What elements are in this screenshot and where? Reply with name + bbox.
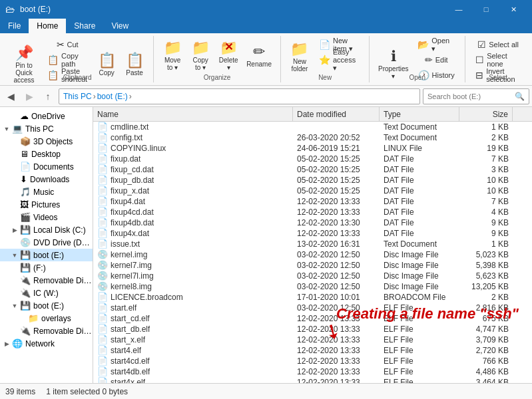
- copyto-button[interactable]: 📁 Copyto ▾: [187, 37, 214, 74]
- tree-item-removable-h2[interactable]: 🔌Removable Disk (H:): [0, 325, 93, 337]
- tab-file[interactable]: File: [0, 19, 29, 33]
- file-name-text: kernel8.img: [111, 282, 152, 291]
- cut-button[interactable]: ✂ Cut: [43, 37, 92, 52]
- new-group: 📁 Newfolder 📄 New item ▾ ⭐ Easy access ▾: [281, 36, 370, 82]
- newfolder-button[interactable]: 📁 Newfolder: [286, 39, 313, 76]
- tree-toggle-thispc[interactable]: ▼: [1, 126, 12, 132]
- minimize-button[interactable]: —: [445, 3, 472, 16]
- tree-item-removable-h[interactable]: 🔌Removable Disk (H:): [0, 274, 93, 287]
- tree-icon-onedrive: ☁: [20, 111, 29, 121]
- file-name-cell: 📄fixup_cd.dat: [93, 164, 293, 174]
- tree-item-ic-w[interactable]: 🔌IC (W:): [0, 287, 93, 299]
- file-row[interactable]: 📄fixup4db.dat12-02-2020 13:30DAT File9 K…: [93, 217, 532, 228]
- file-row[interactable]: 📄start.elf03-02-2020 12:50ELF File2,816 …: [93, 303, 532, 313]
- maximize-button[interactable]: □: [473, 3, 499, 16]
- file-name-text: LICENCE.broadcom: [111, 293, 183, 302]
- easyaccess-button[interactable]: ⭐ Easy access ▾: [314, 53, 364, 67]
- tree-item-music[interactable]: 🎵Music: [0, 186, 93, 198]
- tree-toggle-network[interactable]: ▶: [1, 340, 12, 347]
- file-name-text: fixup_db.dat: [111, 176, 154, 185]
- file-row[interactable]: 📄COPYING.linux24-06-2019 15:21LINUX File…: [93, 143, 532, 154]
- file-list-header: Name Date modified Type Size: [93, 107, 532, 122]
- tree-item-3dobjects[interactable]: 📦3D Objects: [0, 135, 93, 148]
- file-row[interactable]: 📄start4x.elf12-02-2020 13:33ELF File3,46…: [93, 377, 532, 383]
- file-row[interactable]: 📄LICENCE.broadcom17-01-2020 10:01BROADCO…: [93, 292, 532, 303]
- tree-item-documents[interactable]: 📄Documents: [0, 160, 93, 173]
- selectall-button[interactable]: ☑ Select all: [471, 37, 525, 52]
- moveto-button[interactable]: 📁 Moveto ▾: [159, 37, 186, 74]
- rename-button[interactable]: ✏ Rename: [243, 37, 275, 74]
- tree-icon-boot: 💾: [20, 250, 31, 260]
- copy-button[interactable]: 📋 Copy: [93, 46, 120, 83]
- tree-item-onedrive[interactable]: ☁OneDrive: [0, 110, 93, 122]
- file-row[interactable]: 📄config.txt26-03-2020 20:52Text Document…: [93, 132, 532, 143]
- file-name-text: fixup4.dat: [111, 197, 145, 206]
- tree-icon-boot-e-tree: 💾: [20, 301, 31, 311]
- delete-button[interactable]: 📁 ✕ Delete▾: [215, 37, 242, 74]
- edit-label: Edit: [435, 56, 448, 64]
- title-controls[interactable]: — □ ✕: [445, 3, 527, 16]
- tab-share[interactable]: Share: [66, 19, 103, 33]
- file-row[interactable]: 📄fixup4x.dat12-02-2020 13:33DAT File9 KB: [93, 228, 532, 239]
- tree-item-desktop[interactable]: 🖥Desktop: [0, 148, 93, 160]
- file-row[interactable]: 📄start_db.elf12-02-2020 13:33ELF File4,7…: [93, 324, 532, 334]
- edit-button[interactable]: ✏ Edit: [413, 53, 459, 67]
- tree-item-boot-e-tree[interactable]: ▼💾boot (E:): [0, 299, 93, 312]
- col-header-type[interactable]: Type: [380, 107, 459, 121]
- file-name-cell: 📄start4.elf: [93, 345, 293, 355]
- tree-item-network[interactable]: ▶🌐Network: [0, 337, 93, 350]
- file-row[interactable]: 📄issue.txt13-02-2020 16:31Text Document1…: [93, 239, 532, 249]
- file-row[interactable]: 💿kernel7l.img03-02-2020 12:50Disc Image …: [93, 271, 532, 281]
- tree-toggle-boot-e-tree[interactable]: ▼: [9, 303, 20, 309]
- file-row[interactable]: 📄cmdline.txtText Document1 KB: [93, 122, 532, 132]
- tree-item-drive-f[interactable]: 💾(F:): [0, 261, 93, 274]
- tree-item-downloads[interactable]: ⬇Downloads: [0, 173, 93, 186]
- file-date-cell: 13-02-2020 16:31: [293, 239, 380, 249]
- tree-item-localdisk[interactable]: ▶💾Local Disk (C:): [0, 223, 93, 236]
- tree-item-overlays[interactable]: 📁overlays: [0, 312, 93, 325]
- file-row[interactable]: 📄fixup_x.dat05-02-2020 15:25DAT File10 K…: [93, 186, 532, 196]
- close-button[interactable]: ✕: [500, 3, 527, 16]
- file-row[interactable]: 📄start_cd.elf12-02-2020 13:33ELF File675…: [93, 313, 532, 324]
- file-row[interactable]: 📄start4.elf12-02-2020 13:33ELF File2,720…: [93, 345, 532, 356]
- open-button[interactable]: 📂 Open ▾: [413, 37, 459, 52]
- properties-button[interactable]: ℹ Properties▾: [375, 46, 411, 83]
- tree-label-thispc: This PC: [25, 124, 54, 134]
- file-row[interactable]: 💿kernel.img03-02-2020 12:50Disc Image Fi…: [93, 249, 532, 260]
- file-row[interactable]: 💿kernel8.img03-02-2020 12:50Disc Image F…: [93, 281, 532, 292]
- file-name-cell: 💿kernel.img: [93, 249, 293, 259]
- tree-item-boot[interactable]: ▼💾boot (E:): [0, 249, 93, 261]
- file-row[interactable]: 📄fixup4.dat12-02-2020 13:33DAT File7 KB: [93, 196, 532, 207]
- file-row[interactable]: 📄fixup_cd.dat05-02-2020 15:25DAT File3 K…: [93, 164, 532, 175]
- file-row[interactable]: 📄start_x.elf12-02-2020 13:33ELF File3,70…: [93, 334, 532, 345]
- tree-label-3dobjects: 3D Objects: [33, 137, 73, 146]
- file-row[interactable]: 📄start4cd.elf12-02-2020 13:33ELF File766…: [93, 356, 532, 366]
- file-size-cell: 13,205 KB: [459, 282, 513, 291]
- tree-item-videos[interactable]: 🎬Videos: [0, 211, 93, 223]
- file-row[interactable]: 📄start4db.elf12-02-2020 13:33ELF File4,4…: [93, 366, 532, 377]
- pin-button[interactable]: 📌 Pin to Quickaccess: [7, 46, 41, 83]
- newfolder-label: Newfolder: [291, 58, 308, 72]
- tree-toggle-boot[interactable]: ▼: [9, 252, 20, 259]
- paste-button[interactable]: 📋 Paste: [121, 46, 148, 83]
- copypath-button[interactable]: 📋 Copy path: [43, 53, 92, 67]
- col-header-date[interactable]: Date modified: [293, 107, 380, 121]
- selectnone-button[interactable]: ☐ Select none: [471, 53, 525, 67]
- file-row[interactable]: 📄fixup4cd.dat12-02-2020 13:33DAT File4 K…: [93, 207, 532, 217]
- tree-icon-overlays: 📁: [28, 313, 39, 323]
- file-type-cell: ELF File: [380, 314, 459, 323]
- file-row[interactable]: 💿kernel7.img03-02-2020 12:50Disc Image F…: [93, 260, 532, 271]
- col-header-size[interactable]: Size: [459, 107, 513, 121]
- selectall-icon: ☑: [477, 40, 486, 49]
- tree-toggle-localdisk[interactable]: ▶: [9, 227, 20, 233]
- tab-view[interactable]: View: [103, 19, 136, 33]
- tree-item-drive-d[interactable]: 💿DVD Drive (Dh...): [0, 236, 93, 249]
- col-header-name[interactable]: Name: [93, 107, 293, 121]
- tree-label-removable-h: Removable Disk (H:): [33, 276, 93, 285]
- file-row[interactable]: 📄fixup.dat05-02-2020 15:25DAT File7 KB: [93, 154, 532, 164]
- file-row[interactable]: 📄fixup_db.dat05-02-2020 15:25DAT File10 …: [93, 175, 532, 186]
- file-size-cell: 766 KB: [459, 356, 513, 366]
- tab-home[interactable]: Home: [29, 19, 66, 33]
- tree-item-thispc[interactable]: ▼💻This PC: [0, 122, 93, 135]
- tree-item-pictures[interactable]: 🖼Pictures: [0, 198, 93, 211]
